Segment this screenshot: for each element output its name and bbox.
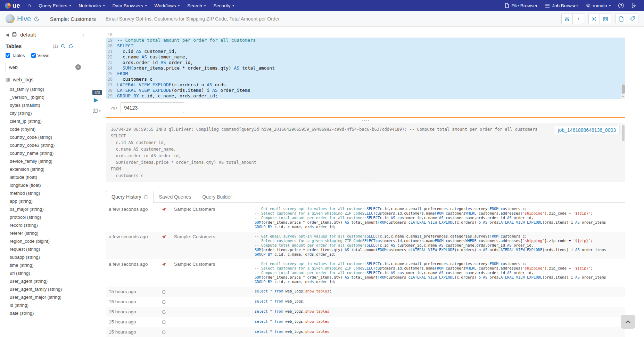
tab-query-history[interactable]: Query History [106,191,154,203]
table-item-web-logs[interactable]: web_logs [6,77,88,82]
editor-line-24[interactable]: 24 SUM(order_items.price * order_items.q… [106,65,625,71]
editor-line-29[interactable]: 29GROUP BY c.id, c.name, ords.order_id; [106,93,625,99]
history-icon-cell[interactable] [159,317,171,327]
history-sql[interactable]: -- Get email survey opt-in values for al… [252,259,625,287]
filter-tables[interactable]: Tables [6,53,25,58]
history-sql[interactable]: select * from web_logs;show tables [252,307,625,317]
column-item-extension[interactable]: extension (string) [6,165,88,173]
app-name[interactable]: Hive [17,15,31,23]
column-item-user_agent[interactable]: user_agent (string) [6,277,88,285]
history-sql[interactable]: select * from web_logs; [252,297,625,307]
column-item-longitude[interactable]: longitude (float) [6,181,88,189]
column-item-user_agent_family[interactable]: user_agent_family (string) [6,285,88,293]
history-icon-cell[interactable] [159,297,171,307]
column-item-user_agent_major[interactable]: user_agent_major (string) [6,293,88,301]
menu-security[interactable]: Security▾ [209,0,238,11]
column-item-protocol[interactable]: protocol (string) [6,213,88,221]
column-item-referer[interactable]: referer (string) [6,229,88,237]
history-row[interactable]: 15 hours agoselect * from web_logs;show … [106,287,625,297]
column-item-client_ip[interactable]: client_ip (string) [6,117,88,125]
scroll-to-top-button[interactable] [621,315,635,329]
collapse-sidebar-icon[interactable]: ‹ [82,33,84,37]
filter-tables-checkbox[interactable] [6,53,10,58]
column-item-date[interactable]: date (string) [6,309,88,317]
tab-saved-queries[interactable]: Saved Queries [154,191,197,203]
database-name[interactable]: default [20,32,36,38]
search-icon[interactable] [61,44,66,49]
editor-line-21[interactable]: 21 c.id AS customer_id, [106,49,625,54]
history-icon-cell[interactable] [159,204,171,232]
history-row[interactable]: 15 hours agoselect * from web_logs; [106,297,625,307]
editor-line-27[interactable]: 27LATERAL VIEW EXPLODE(c.orders) o AS or… [106,82,625,88]
column-item-os_family[interactable]: os_family (string) [6,85,88,93]
resize-handle[interactable] [106,182,625,186]
column-item-request[interactable]: request (string) [6,245,88,253]
menu-notebooks[interactable]: Notebooks▾ [75,0,108,11]
editor-scrollbar[interactable]: ▼ [621,32,625,99]
history-icon-cell[interactable] [159,287,171,297]
code-editor[interactable]: 1819-- Compute total amount per order fo… [106,32,625,99]
settings-button[interactable] [588,14,600,24]
menu-workflows[interactable]: Workflows▾ [151,0,184,11]
tab-query-builder[interactable]: Query Builder [197,191,238,203]
hue-logo[interactable]: ue [3,2,24,9]
history-icon-cell[interactable] [159,327,171,337]
history-sql[interactable]: -- Get email survey opt-in values for al… [252,232,625,259]
history-icon-cell[interactable] [159,232,171,259]
column-item-bytes[interactable]: bytes (smallint) [6,101,88,109]
column-item-country_name[interactable]: country_name (string) [6,149,88,157]
history-row[interactable]: a few seconds agoSample: Customers-- Get… [106,259,625,287]
help-icon[interactable]: ? [614,0,628,11]
menu-data-browsers[interactable]: Data Browsers▾ [108,0,150,11]
history-icon-cell[interactable] [159,259,171,287]
scrollbar-thumb[interactable] [622,85,625,94]
history-row[interactable]: 15 hours agoselect * from web_logs;show … [106,307,625,317]
save-button[interactable] [561,14,573,24]
column-item-country_code[interactable]: country_code (string) [6,133,88,141]
home-icon[interactable]: ⌂ [24,0,35,11]
scroll-down-arrow[interactable]: ▼ [621,94,625,99]
editor-line-18[interactable]: 18 [106,32,625,38]
save-dropdown-button[interactable]: ▾ [573,14,584,24]
new-query-button[interactable] [616,14,627,24]
column-item-record[interactable]: record (string) [6,221,88,229]
history-sql[interactable]: -- Get email survey opt-in values for al… [252,204,625,232]
column-item-device_family[interactable]: device_family (string) [6,157,88,165]
editor-line-19[interactable]: 19-- Compute total amount per order for … [106,38,625,43]
column-item-region_code[interactable]: region_code (bigint) [6,237,88,245]
logout-icon[interactable] [628,0,641,11]
history-icon-cell[interactable] [159,307,171,317]
clear-search-icon[interactable]: × [75,64,81,70]
editor-line-26[interactable]: 26 customers c [106,77,625,82]
menu-query-editors[interactable]: Query Editors▾ [35,0,75,11]
query-history-icon[interactable] [34,16,40,22]
column-item-country_code3[interactable]: country_code3 (string) [6,141,88,149]
history-sql[interactable]: select * from web_logs;show tables [252,327,625,337]
column-item-method[interactable]: method (string) [6,189,88,197]
variables-toggle[interactable]: ▾ [93,109,101,113]
history-row[interactable]: a few seconds agoSample: Customers-- Get… [106,232,625,259]
log-scrollbar[interactable] [622,125,625,180]
user-menu[interactable]: romain ▾ [582,0,614,11]
tags-button[interactable] [627,14,638,24]
execute-button[interactable]: ▶ [94,97,98,103]
resize-handle[interactable] [106,118,625,122]
scrollbar-thumb[interactable] [622,125,625,141]
menu-search[interactable]: Search▾ [183,0,209,11]
filter-views-checkbox[interactable] [31,53,36,58]
history-row[interactable]: a few seconds agoSample: Customers-- Get… [106,204,625,232]
editor-line-23[interactable]: 23 ords.order_id AS order_id, [106,60,625,65]
job-browser-link[interactable]: Job Browser [541,0,582,11]
table-search-input[interactable] [6,62,83,72]
column-item-url[interactable]: url (string) [6,269,88,277]
editor-line-22[interactable]: 22 c.name AS customer_name, [106,54,625,60]
history-row[interactable]: 15 hours agoselect * from web_logs;show … [106,327,625,337]
column-item-latitude[interactable]: latitude (float) [6,173,88,181]
job-link[interactable]: job_1461888648136_0003 [554,126,620,134]
column-item-subapp[interactable]: subapp (string) [6,253,88,261]
file-browser-link[interactable]: File Browser [501,0,541,11]
refresh-icon[interactable] [68,44,73,49]
column-item-code[interactable]: code (tinyint) [6,125,88,133]
column-item-city[interactable]: city (string) [6,109,88,117]
column-item-id[interactable]: id (string) [6,301,88,309]
